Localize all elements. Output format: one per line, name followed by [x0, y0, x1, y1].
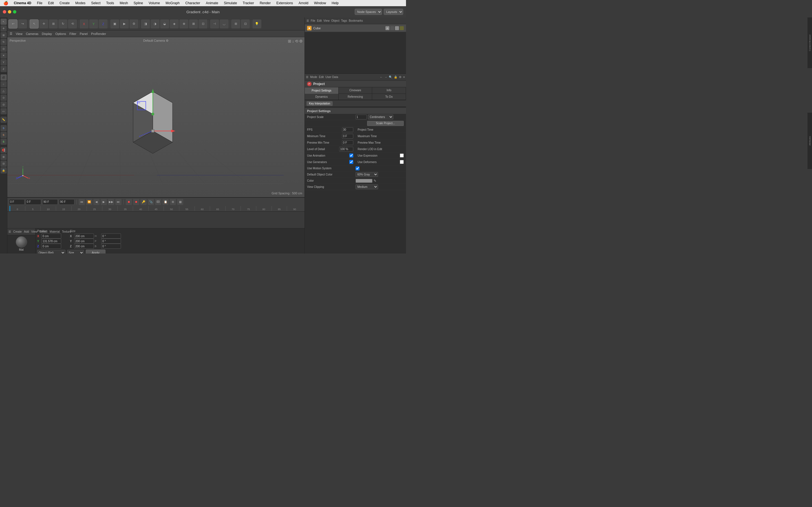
- sidebar-grid2[interactable]: ⊟: [1, 161, 7, 167]
- rot-p-input[interactable]: [101, 238, 121, 244]
- menu-edit[interactable]: Edit: [47, 1, 55, 5]
- sidebar-magnet[interactable]: 🧲: [1, 147, 7, 153]
- shading-4[interactable]: ◈: [170, 19, 179, 29]
- menu-mograph[interactable]: MoGraph: [164, 1, 181, 5]
- tag-4[interactable]: [400, 26, 404, 30]
- shading-6[interactable]: ⊠: [189, 19, 198, 29]
- sidebar-rotate-tool[interactable]: ↻: [1, 39, 7, 45]
- pos-z-input[interactable]: [42, 244, 61, 249]
- viewport-menu-filter[interactable]: Filter: [69, 32, 76, 36]
- maximize-button[interactable]: [13, 10, 16, 13]
- preview-end-input[interactable]: [59, 199, 74, 205]
- menu-simulate[interactable]: Simulate: [223, 1, 238, 5]
- menu-render[interactable]: Render: [259, 1, 272, 5]
- sidebar-cylinder-object[interactable]: ⊙: [1, 95, 7, 101]
- view-clipping-select[interactable]: Medium: [356, 184, 378, 189]
- z-axis-btn[interactable]: Z: [99, 19, 108, 29]
- start-frame-input[interactable]: [26, 199, 41, 205]
- layouts-select[interactable]: Layouts: [384, 9, 403, 15]
- sidebar-tool-7[interactable]: Y: [1, 59, 7, 65]
- tag-1[interactable]: [386, 26, 389, 30]
- tab-project-settings[interactable]: Project Settings: [305, 87, 339, 94]
- default-obj-color-select[interactable]: 60% Gray: [356, 172, 378, 177]
- attr-lock-icon[interactable]: 🔒: [394, 75, 397, 78]
- project-scale-unit-select[interactable]: Centimeters: [368, 115, 393, 119]
- viewport-maximize-icon[interactable]: ⊞: [288, 39, 291, 43]
- transform-btn[interactable]: ⟲: [68, 19, 77, 29]
- fps-input[interactable]: [342, 127, 353, 132]
- tab-info[interactable]: Info: [372, 87, 406, 94]
- timeline-layout-btn[interactable]: ⊞: [170, 199, 176, 205]
- redo-btn[interactable]: ↪: [18, 19, 27, 29]
- scale-tool-btn[interactable]: ⊞: [49, 19, 58, 29]
- project-scale-input[interactable]: [356, 115, 367, 119]
- snap-btn[interactable]: ⊣: [210, 19, 219, 29]
- mat-header-icon[interactable]: ☰: [8, 230, 11, 233]
- attr-content[interactable]: Project Settings Project Scale Centimete…: [305, 107, 406, 253]
- material-sphere[interactable]: [16, 236, 27, 247]
- light-btn[interactable]: 💡: [252, 19, 261, 29]
- sidebar-ruler[interactable]: 📏: [1, 117, 7, 123]
- play-btn[interactable]: ▶: [120, 19, 129, 29]
- viewport-move-icon[interactable]: ↓: [292, 39, 294, 43]
- move-tool-btn[interactable]: ✛: [39, 19, 48, 29]
- shading-3[interactable]: ◒: [160, 19, 169, 29]
- tag-3[interactable]: [395, 26, 399, 30]
- play-stop-btn[interactable]: ▶: [101, 199, 107, 205]
- use-expr-checkbox[interactable]: [400, 154, 404, 158]
- step-back-btn[interactable]: ◀: [93, 199, 100, 205]
- sidebar-sphere-object[interactable]: ○: [1, 81, 7, 87]
- y-axis-btn[interactable]: Y: [89, 19, 98, 29]
- menu-spline[interactable]: Spline: [133, 1, 144, 5]
- tab-cineware[interactable]: Cineware: [339, 87, 372, 94]
- tab-referencing[interactable]: Referencing: [339, 94, 372, 100]
- rot-b-input[interactable]: [101, 244, 121, 249]
- menu-help[interactable]: Help: [331, 1, 340, 5]
- node-spaces-select[interactable]: Node Spaces: [355, 9, 382, 15]
- mat-menu-create[interactable]: Create: [13, 230, 22, 233]
- menu-animate[interactable]: Animate: [205, 1, 219, 5]
- sidebar-material-s3[interactable]: S: [1, 138, 7, 145]
- x-axis-btn[interactable]: X: [80, 19, 89, 29]
- shading-7[interactable]: ⊡: [199, 19, 207, 29]
- shading-2[interactable]: ◑: [151, 19, 160, 29]
- go-end-btn[interactable]: ⏭: [115, 199, 121, 205]
- use-anim-checkbox[interactable]: [349, 154, 353, 158]
- close-button[interactable]: [3, 10, 6, 13]
- shading-1[interactable]: ◨: [141, 19, 150, 29]
- step-fwd-btn[interactable]: ▶▶: [108, 199, 114, 205]
- size-z-input[interactable]: [74, 244, 94, 249]
- sidebar-torus-object[interactable]: ◎: [1, 101, 7, 108]
- soft-sel-btn[interactable]: ◡: [220, 19, 229, 29]
- menu-mesh[interactable]: Mesh: [119, 1, 129, 5]
- rot-h-input[interactable]: [101, 233, 121, 238]
- viewport-settings-icon[interactable]: ⚙: [299, 39, 303, 43]
- attr-menu-edit[interactable]: Edit: [319, 75, 324, 78]
- size-mode-select[interactable]: Size: [67, 250, 84, 253]
- sidebar-cube-object[interactable]: ⬛: [1, 74, 7, 80]
- record-pos-btn[interactable]: ⏺: [133, 199, 139, 205]
- attr-search-icon[interactable]: 🔍: [389, 75, 392, 78]
- viewport-menu-icon[interactable]: ☰: [10, 32, 12, 36]
- attr-fwd-icon[interactable]: →: [384, 75, 387, 78]
- go-start-btn[interactable]: ⏮: [79, 199, 85, 205]
- sidebar-tool-8[interactable]: Z: [1, 66, 7, 72]
- viewport-restore-icon[interactable]: ⟲: [295, 39, 298, 43]
- viewport-menu-display[interactable]: Display: [42, 32, 52, 36]
- app-menu-cinema4d[interactable]: Cinema 4D: [13, 1, 33, 5]
- timeline-tracks[interactable]: [7, 212, 305, 228]
- use-motion-checkbox[interactable]: [356, 166, 359, 170]
- obj-menu-tags[interactable]: Tags: [341, 19, 347, 22]
- pos-x-input[interactable]: [42, 233, 61, 238]
- size-x-input[interactable]: [74, 233, 94, 238]
- main-viewport[interactable]: Perspective Default Camera ⚙ ⊞ ↓ ⟲ ⚙: [7, 37, 305, 197]
- sidebar-material-s[interactable]: S: [1, 125, 7, 131]
- obj-menu-edit[interactable]: Edit: [317, 19, 322, 22]
- use-gen-checkbox[interactable]: [349, 160, 353, 164]
- select-tool-btn[interactable]: ↖: [30, 19, 39, 29]
- sidebar-move-tool[interactable]: ✛: [1, 25, 7, 32]
- menu-extensions[interactable]: Extensions: [275, 1, 294, 5]
- tab-todo[interactable]: To Do: [372, 94, 406, 100]
- color-picker-icon[interactable]: ✎: [373, 179, 376, 183]
- apply-button[interactable]: Apply: [86, 249, 105, 253]
